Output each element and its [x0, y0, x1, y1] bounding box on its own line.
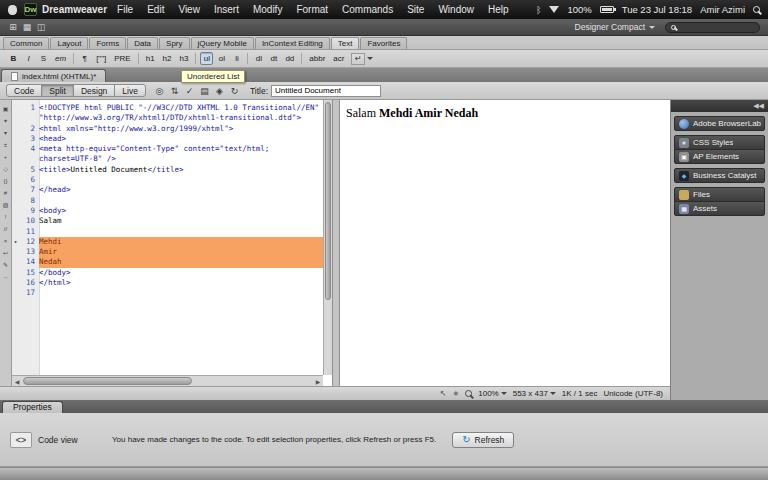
insert-button-i[interactable]: I: [22, 52, 35, 65]
expand-panels-button[interactable]: ◀◀: [753, 102, 764, 110]
code-horizontal-scrollbar[interactable]: ◀ ▶: [12, 375, 323, 386]
scroll-right-arrow-icon[interactable]: ▶: [313, 378, 323, 385]
view-button-code[interactable]: Code: [6, 84, 42, 97]
menu-window[interactable]: Window: [431, 4, 481, 15]
site-manage-icon[interactable]: ◫: [34, 21, 48, 33]
menu-edit[interactable]: Edit: [140, 4, 171, 15]
insert-button-blockquote[interactable]: [""]: [93, 52, 109, 65]
check-browser-compatibility-icon[interactable]: ▤: [197, 84, 212, 97]
insert-button-li[interactable]: li: [230, 52, 243, 65]
panel-css-styles[interactable]: CSS Styles: [674, 135, 765, 150]
insert-button-dt[interactable]: dt: [267, 52, 280, 65]
code-line[interactable]: 14Nedah: [12, 257, 323, 267]
panel-ap-elements[interactable]: AP Elements: [674, 149, 765, 164]
remove-comment-icon[interactable]: ×: [1, 237, 11, 246]
insert-button-h2[interactable]: h2: [160, 52, 175, 65]
code-line[interactable]: 13Amir: [12, 247, 323, 257]
insert-tab-text[interactable]: Text: [331, 37, 360, 49]
code-line[interactable]: "http://www.w3.org/TR/xhtml1/DTD/xhtml1-…: [12, 113, 323, 123]
window-size[interactable]: 553 x 437: [513, 389, 556, 398]
menu-modify[interactable]: Modify: [246, 4, 289, 15]
w3c-validation-icon[interactable]: ✓: [182, 84, 197, 97]
insert-tab-common[interactable]: Common: [3, 37, 49, 49]
code-line[interactable]: 5<title>Untitled Document</title>: [12, 165, 323, 175]
expand-all-icon[interactable]: +: [1, 153, 11, 162]
insert-button-s[interactable]: S: [37, 52, 50, 65]
insert-button-acr[interactable]: acr: [330, 52, 347, 65]
menubar-clock[interactable]: Tue 23 Jul 18:18: [622, 4, 692, 15]
code-line[interactable]: charset=UTF-8" />: [12, 154, 323, 164]
workspace-switcher[interactable]: Designer Compact: [575, 22, 655, 32]
code-line[interactable]: 17: [12, 288, 323, 298]
refresh-button[interactable]: ↻ Refresh: [452, 432, 514, 448]
extend-dreamweaver-icon[interactable]: ▦: [20, 21, 34, 33]
view-button-live[interactable]: Live: [114, 84, 146, 97]
battery-icon[interactable]: [600, 6, 614, 13]
document-title-input[interactable]: [271, 85, 381, 97]
app-name-menu[interactable]: Dreamweaver: [42, 4, 107, 15]
preview-globe-icon[interactable]: ◎: [152, 84, 167, 97]
menu-commands[interactable]: Commands: [335, 4, 400, 15]
insert-tab-data[interactable]: Data: [127, 37, 158, 49]
open-documents-icon[interactable]: ▣: [1, 105, 11, 114]
apply-comment-icon[interactable]: //: [1, 225, 11, 234]
menu-view[interactable]: View: [171, 4, 207, 15]
zoom-level[interactable]: 100%: [478, 389, 506, 398]
fold-arrow-icon[interactable]: ▾: [12, 237, 19, 247]
recent-snippets-icon[interactable]: ✎: [1, 261, 11, 270]
menu-format[interactable]: Format: [289, 4, 335, 15]
view-button-split[interactable]: Split: [41, 84, 74, 97]
document-tab[interactable]: index.html (XHTML)*: [1, 69, 106, 82]
menu-help[interactable]: Help: [481, 4, 516, 15]
menubar-user[interactable]: Amir Azimi: [700, 4, 745, 15]
pane-splitter[interactable]: [332, 100, 340, 386]
insert-button-dl[interactable]: dl: [252, 52, 265, 65]
refresh-icon[interactable]: ↻: [227, 84, 242, 97]
insert-tab-spry[interactable]: Spry: [159, 37, 189, 49]
menu-insert[interactable]: Insert: [207, 4, 246, 15]
insert-button-h3[interactable]: h3: [177, 52, 192, 65]
wifi-icon[interactable]: [549, 6, 559, 13]
panel-adobe-browserlab[interactable]: Adobe BrowserLab: [674, 116, 765, 131]
apple-menu-icon[interactable]: [8, 5, 17, 15]
code-line[interactable]: 2<html xmlns="http://www.w3.org/1999/xht…: [12, 124, 323, 134]
show-code-navigator-icon[interactable]: ✦: [1, 117, 11, 126]
panel-business-catalyst[interactable]: Business Catalyst: [674, 168, 765, 183]
code-line[interactable]: ▾12Mehdi: [12, 237, 323, 247]
search-input[interactable]: [679, 23, 759, 32]
insert-tab-favorites[interactable]: Favorites: [360, 37, 407, 49]
insert-button-b[interactable]: B: [7, 52, 20, 65]
code-view-pane[interactable]: 1<!DOCTYPE html PUBLIC "-//W3C//DTD XHTM…: [12, 100, 332, 386]
code-vertical-scrollbar[interactable]: [323, 100, 332, 375]
scrollbar-thumb[interactable]: [23, 377, 192, 385]
indent-code-icon[interactable]: →: [1, 273, 11, 282]
code-line[interactable]: 6: [12, 175, 323, 185]
insert-button-ul[interactable]: ul: [200, 52, 213, 65]
code-line[interactable]: 9<body>: [12, 206, 323, 216]
search-box[interactable]: [665, 22, 760, 33]
insert-button-h1[interactable]: h1: [143, 52, 158, 65]
code-line[interactable]: 10Salam: [12, 216, 323, 226]
view-button-design[interactable]: Design: [73, 84, 115, 97]
insert-button-pre[interactable]: PRE: [111, 52, 133, 65]
code-line[interactable]: 16</html>: [12, 278, 323, 288]
insert-tab-layout[interactable]: Layout: [50, 37, 88, 49]
menu-file[interactable]: File: [110, 4, 140, 15]
insert-button-dd[interactable]: dd: [282, 52, 297, 65]
insert-button-abbr[interactable]: abbr: [306, 52, 328, 65]
code-line[interactable]: 7</head>: [12, 185, 323, 195]
select-tool-icon[interactable]: ↖: [440, 390, 447, 398]
code-line[interactable]: 4<meta http-equiv="Content-Type" content…: [12, 144, 323, 154]
code-line[interactable]: 8: [12, 196, 323, 206]
code-line[interactable]: 15</body>: [12, 268, 323, 278]
insert-tab-incontext-editing[interactable]: InContext Editing: [255, 37, 330, 49]
scrollbar-track[interactable]: [22, 376, 313, 386]
insert-button-em[interactable]: em: [52, 52, 69, 65]
scroll-left-arrow-icon[interactable]: ◀: [12, 378, 22, 385]
insert-button-paragraph[interactable]: ¶: [78, 52, 91, 65]
wrap-tag-icon[interactable]: ↩: [1, 249, 11, 258]
design-view-pane[interactable]: Salam Mehdi Amir Nedah: [340, 100, 670, 386]
code-lines[interactable]: 1<!DOCTYPE html PUBLIC "-//W3C//DTD XHTM…: [12, 100, 323, 375]
panel-assets[interactable]: Assets: [674, 201, 765, 216]
layout-switcher-icon[interactable]: ⊞: [6, 21, 20, 33]
